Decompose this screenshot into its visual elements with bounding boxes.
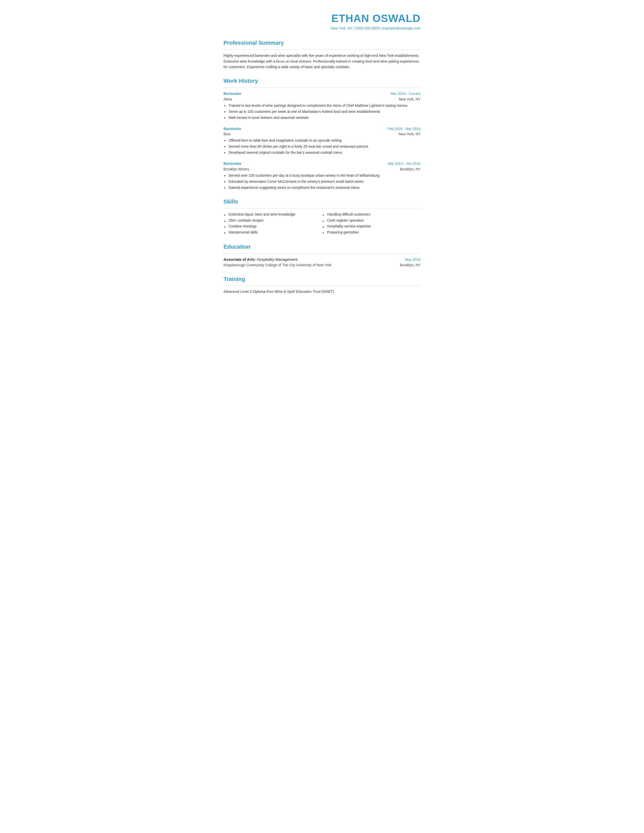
job-subheader-3: Brooklyn Winery Brooklyn, NY xyxy=(224,167,420,172)
section-skills: Skills Extensive liquor, beer and wine k… xyxy=(224,198,420,235)
job-title-3: Bartender xyxy=(224,161,242,167)
skill-left-0: Extensive liquor, beer and wine knowledg… xyxy=(224,212,322,217)
professional-summary-text: Highly-experienced bartender and wine sp… xyxy=(224,53,420,70)
job-bullets-2: Offered farm to table fare and imaginati… xyxy=(224,138,420,155)
candidate-name: ETHAN OSWALD xyxy=(224,13,420,24)
job-bullet-3-1: Educated by winemaker Conor McCormack in… xyxy=(224,179,420,184)
job-bullet-3-0: Served over 100 customers per day at a b… xyxy=(224,173,420,178)
skill-left-3: Interpersonal skills xyxy=(224,230,322,235)
skills-grid: Extensive liquor, beer and wine knowledg… xyxy=(224,212,420,235)
job-bullet-1-2: Well-versed in local vintners and season… xyxy=(224,115,420,121)
section-professional-summary: Professional Summary Highly-experienced … xyxy=(224,39,420,70)
job-bullet-1-0: Trained in two levels of wine pairings d… xyxy=(224,103,420,108)
job-bullet-1-1: Serve up to 150 customers per week at on… xyxy=(224,109,420,114)
edu-degree-0: Associate of Arts: Hospitality Managemen… xyxy=(224,257,298,262)
work-history-title: Work History xyxy=(224,77,420,85)
skills-left-column: Extensive liquor, beer and wine knowledg… xyxy=(224,212,322,235)
candidate-contact: New York, NY | (555) 555-5555 | example@… xyxy=(224,26,420,31)
skills-right-column: Handling difficult customers Cash regist… xyxy=(322,212,420,235)
professional-summary-title: Professional Summary xyxy=(224,39,420,47)
job-title-1: Bartender xyxy=(224,91,242,96)
skill-right-3: Preparing garnishes xyxy=(322,230,420,235)
job-header-2: Bartender Feb 2016 - Mar 2018 xyxy=(224,126,420,132)
job-subheader-1: Atera New York, NY xyxy=(224,96,420,102)
job-dates-1: Mar 2018 - Current xyxy=(391,91,420,96)
job-dates-2: Feb 2016 - Mar 2018 xyxy=(387,126,420,132)
job-bullets-1: Trained in two levels of wine pairings d… xyxy=(224,103,420,121)
section-work-history: Work History Bartender Mar 2018 - Curren… xyxy=(224,77,420,190)
section-education: Education Associate of Arts: Hospitality… xyxy=(224,243,420,268)
training-text: Advanced Level 4 Diploma from Wine & Spi… xyxy=(224,289,420,294)
job-entry-2: Bartender Feb 2016 - Mar 2018 Blue New Y… xyxy=(224,126,420,156)
job-entry-3: Bartender Mar 2014 - Jan 2016 Brooklyn W… xyxy=(224,161,420,190)
edu-entry-0: Associate of Arts: Hospitality Managemen… xyxy=(224,257,420,268)
job-dates-3: Mar 2014 - Jan 2016 xyxy=(388,161,420,166)
skills-title: Skills xyxy=(224,198,420,206)
job-company-2: Blue xyxy=(224,132,230,137)
skill-left-1: 250+ cocktails recipes xyxy=(224,217,322,224)
resume-page: ETHAN OSWALD New York, NY | (555) 555-55… xyxy=(208,0,436,833)
edu-subheader-0: Kingsborough Community College of The Ci… xyxy=(224,262,420,268)
job-entry-1: Bartender Mar 2018 - Current Atera New Y… xyxy=(224,91,420,121)
skill-right-1: Cash register operation xyxy=(322,217,420,224)
edu-location-0: Brooklyn, NY xyxy=(400,262,420,268)
job-company-1: Atera xyxy=(224,96,232,102)
job-bullets-3: Served over 100 customers per day at a b… xyxy=(224,173,420,190)
job-bullet-2-2: Developed several original cocktails for… xyxy=(224,150,420,155)
job-header-1: Bartender Mar 2018 - Current xyxy=(224,91,420,96)
section-training: Training Advanced Level 4 Diploma from W… xyxy=(224,275,420,294)
edu-school-0: Kingsborough Community College of The Ci… xyxy=(224,262,332,268)
job-location-3: Brooklyn, NY xyxy=(400,167,420,172)
job-bullet-3-2: Gained experience suggesting wines to co… xyxy=(224,185,420,190)
job-subheader-2: Blue New York, NY xyxy=(224,132,420,137)
job-header-3: Bartender Mar 2014 - Jan 2016 xyxy=(224,161,420,167)
job-location-1: New York, NY xyxy=(399,96,420,102)
job-bullet-2-0: Offered farm to table fare and imaginati… xyxy=(224,138,420,143)
job-title-2: Bartender xyxy=(224,126,242,132)
edu-dates-0: May 2019 xyxy=(405,257,420,262)
section-divider xyxy=(224,208,420,209)
skill-right-0: Handling difficult customers xyxy=(322,212,420,217)
skill-right-2: Hospitality service expertise xyxy=(322,224,420,230)
edu-header-0: Associate of Arts: Hospitality Managemen… xyxy=(224,257,420,262)
section-divider xyxy=(224,286,420,286)
training-title: Training xyxy=(224,275,420,283)
skill-left-2: Creative mixology xyxy=(224,224,322,230)
section-divider xyxy=(224,253,420,254)
job-bullet-2-1: Served more than 80 drinks per night to … xyxy=(224,144,420,149)
job-location-2: New York, NY xyxy=(399,132,420,137)
education-title: Education xyxy=(224,243,420,251)
resume-header: ETHAN OSWALD New York, NY | (555) 555-55… xyxy=(224,13,420,31)
job-company-3: Brooklyn Winery xyxy=(224,167,249,172)
